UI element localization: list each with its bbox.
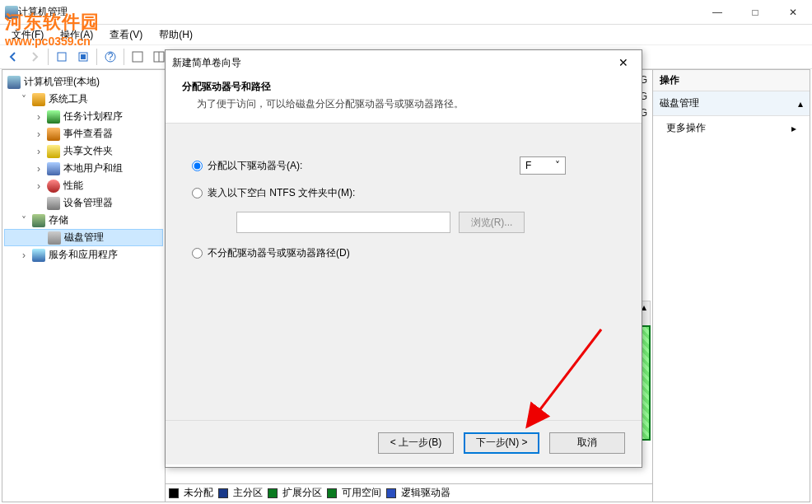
toolbar-sep bbox=[48, 49, 49, 65]
legend-label: 可用空间 bbox=[342, 486, 381, 500]
tree-event-viewer[interactable]: ›事件查看器 bbox=[4, 125, 163, 142]
mount-path-input[interactable] bbox=[236, 212, 450, 233]
option-assign-letter[interactable]: 分配以下驱动器号(A): F ˅ bbox=[192, 156, 615, 175]
expand-icon[interactable]: › bbox=[34, 128, 44, 140]
legend-swatch-extended bbox=[268, 488, 278, 498]
tree-root[interactable]: 计算机管理(本地) bbox=[4, 73, 163, 91]
radio-assign[interactable] bbox=[192, 161, 203, 171]
tree-shared-folders[interactable]: ›共享文件夹 bbox=[4, 142, 163, 160]
tree-label: 服务和应用程序 bbox=[49, 248, 118, 262]
minimize-button[interactable]: — bbox=[698, 0, 736, 25]
dialog-header: 分配驱动器号和路径 为了便于访问，可以给磁盘分区分配驱动器号或驱动器路径。 bbox=[166, 75, 642, 124]
collapse-icon[interactable]: ˅ bbox=[19, 94, 29, 105]
actions-section-label: 磁盘管理 bbox=[660, 96, 699, 110]
tree-task-scheduler[interactable]: ›任务计划程序 bbox=[4, 108, 163, 125]
view1-icon[interactable] bbox=[128, 47, 147, 67]
device-icon bbox=[47, 197, 60, 210]
window-title: 计算机管理 bbox=[18, 5, 698, 19]
share-icon bbox=[47, 145, 60, 158]
computer-icon bbox=[7, 76, 21, 89]
dialog-title: 新建简单卷向导 bbox=[172, 56, 612, 70]
chevron-right-icon: ▸ bbox=[791, 123, 796, 134]
close-button[interactable]: ✕ bbox=[774, 0, 812, 25]
drive-letter-select[interactable]: F ˅ bbox=[520, 156, 566, 175]
up-icon[interactable] bbox=[52, 47, 72, 67]
expand-icon[interactable]: › bbox=[34, 111, 44, 123]
browse-button[interactable]: 浏览(R)... bbox=[459, 212, 525, 233]
legend-swatch-primary bbox=[218, 488, 228, 498]
watermark-url: www.pc0359.cn bbox=[5, 35, 100, 48]
expand-icon[interactable]: › bbox=[34, 146, 44, 157]
radio-none[interactable] bbox=[192, 248, 203, 259]
tree-system-tools[interactable]: ˅系统工具 bbox=[4, 91, 163, 108]
tools-icon bbox=[32, 93, 45, 106]
tree-label: 系统工具 bbox=[49, 92, 88, 106]
legend-swatch-free bbox=[327, 488, 337, 498]
expand-icon[interactable]: › bbox=[19, 250, 29, 261]
menu-view[interactable]: 查看(V) bbox=[103, 26, 149, 44]
tree-label: 共享文件夹 bbox=[63, 144, 113, 158]
legend-swatch-logical bbox=[386, 488, 396, 498]
tree-disk-management[interactable]: 磁盘管理 bbox=[4, 229, 163, 246]
help-icon[interactable]: ? bbox=[100, 47, 120, 67]
services-icon bbox=[32, 249, 45, 262]
option-no-assign[interactable]: 不分配驱动器号或驱动器路径(D) bbox=[192, 246, 615, 260]
toolbar-sep bbox=[124, 49, 124, 65]
tree-device-manager[interactable]: 设备管理器 bbox=[4, 194, 163, 212]
tree-label: 事件查看器 bbox=[63, 127, 113, 141]
tree-performance[interactable]: ›性能 bbox=[4, 177, 163, 194]
svg-text:?: ? bbox=[108, 51, 114, 63]
dialog-close-button[interactable]: ✕ bbox=[612, 54, 635, 72]
cancel-button[interactable]: 取消 bbox=[549, 432, 625, 454]
tree-services-apps[interactable]: ›服务和应用程序 bbox=[4, 246, 163, 264]
disk-icon bbox=[48, 231, 61, 245]
users-icon bbox=[47, 162, 60, 175]
back-icon[interactable] bbox=[3, 47, 23, 67]
menubar: 文件(F) 操作(A) 查看(V) 帮助(H) bbox=[0, 25, 812, 44]
dialog-titlebar: 新建简单卷向导 ✕ bbox=[166, 50, 642, 75]
storage-icon bbox=[32, 214, 45, 227]
tree-label: 设备管理器 bbox=[63, 196, 113, 210]
collapse-icon[interactable]: ˅ bbox=[19, 215, 29, 226]
actions-section[interactable]: 磁盘管理 ▴ bbox=[653, 91, 810, 116]
actions-more[interactable]: 更多操作 ▸ bbox=[653, 116, 810, 140]
menu-help[interactable]: 帮助(H) bbox=[152, 26, 199, 44]
refresh-icon[interactable] bbox=[73, 47, 93, 67]
dialog-body: 分配以下驱动器号(A): F ˅ 装入以下空白 NTFS 文件夹中(M): 浏览… bbox=[166, 124, 642, 420]
option-mount-folder[interactable]: 装入以下空白 NTFS 文件夹中(M): bbox=[192, 186, 615, 200]
actions-more-label: 更多操作 bbox=[666, 121, 706, 135]
tree-label: 性能 bbox=[63, 179, 83, 193]
tree-label: 存储 bbox=[49, 213, 68, 227]
svg-rect-5 bbox=[133, 52, 142, 62]
radio-assign-label: 分配以下驱动器号(A): bbox=[208, 159, 302, 173]
legend: 未分配 主分区 扩展分区 可用空间 逻辑驱动器 bbox=[166, 483, 652, 502]
back-button[interactable]: < 上一步(B) bbox=[378, 432, 454, 454]
tree-storage[interactable]: ˅存储 bbox=[4, 212, 163, 229]
dialog-subheading: 为了便于访问，可以给磁盘分区分配驱动器号或驱动器路径。 bbox=[182, 97, 625, 111]
chevron-down-icon: ˅ bbox=[555, 160, 560, 171]
next-button[interactable]: 下一步(N) > bbox=[464, 432, 539, 454]
forward-icon[interactable] bbox=[25, 47, 44, 67]
window-buttons: — □ ✕ bbox=[698, 0, 812, 25]
radio-mount-label: 装入以下空白 NTFS 文件夹中(M): bbox=[208, 186, 355, 200]
collapse-icon: ▴ bbox=[798, 98, 803, 110]
actions-header: 操作 bbox=[653, 70, 810, 91]
perf-icon bbox=[47, 180, 60, 193]
tree-local-users[interactable]: ›本地用户和组 bbox=[4, 160, 163, 177]
tree-label: 计算机管理(本地) bbox=[24, 75, 100, 89]
legend-label: 逻辑驱动器 bbox=[401, 486, 450, 500]
radio-mount[interactable] bbox=[192, 188, 203, 198]
legend-label: 未分配 bbox=[184, 486, 213, 500]
blank-icon bbox=[35, 232, 44, 244]
dialog-heading: 分配驱动器号和路径 bbox=[182, 80, 625, 94]
dialog-footer: < 上一步(B) 下一步(N) > 取消 bbox=[166, 420, 642, 464]
legend-label: 扩展分区 bbox=[282, 486, 322, 500]
svg-rect-2 bbox=[81, 54, 86, 59]
expand-icon[interactable]: › bbox=[34, 180, 44, 192]
event-icon bbox=[47, 128, 60, 141]
tree-pane: 计算机管理(本地) ˅系统工具 ›任务计划程序 ›事件查看器 ›共享文件夹 ›本… bbox=[2, 70, 166, 502]
svg-rect-0 bbox=[58, 53, 66, 61]
toolbar-sep bbox=[96, 49, 97, 65]
maximize-button[interactable]: □ bbox=[736, 0, 774, 25]
expand-icon[interactable]: › bbox=[34, 163, 44, 175]
